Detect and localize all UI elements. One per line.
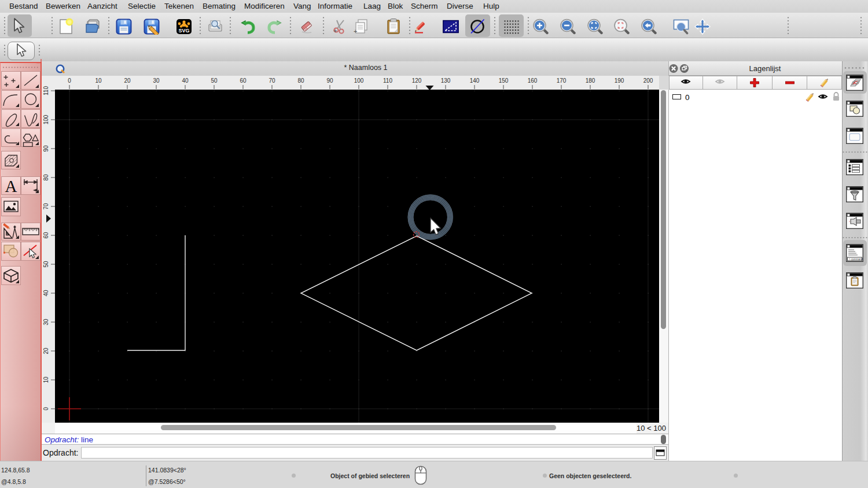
svg-text:30: 30 (43, 319, 49, 326)
svg-text:130: 130 (441, 77, 451, 84)
svg-text:20: 20 (43, 347, 49, 354)
svg-text:+: + (354, 28, 357, 35)
svg-text:180: 180 (586, 77, 595, 84)
svg-text:80: 80 (297, 77, 304, 84)
svg-text:140: 140 (470, 77, 480, 84)
svg-text:160: 160 (528, 77, 538, 84)
svg-text:50: 50 (43, 261, 49, 268)
svg-text:20: 20 (124, 77, 131, 84)
svg-text:90: 90 (43, 145, 49, 152)
svg-text:0: 0 (68, 77, 71, 84)
svg-text:80: 80 (43, 174, 49, 181)
svg-text:100: 100 (43, 114, 49, 124)
svg-text:110: 110 (43, 86, 49, 95)
svg-text:60: 60 (43, 232, 49, 239)
svg-text:0: 0 (43, 407, 49, 411)
svg-text:60: 60 (240, 77, 247, 84)
svg-text:120: 120 (412, 77, 422, 84)
svg-text:10: 10 (95, 77, 102, 84)
svg-text:110: 110 (383, 77, 392, 84)
svg-text:> command: > command (849, 258, 863, 261)
svg-text:100: 100 (354, 77, 364, 84)
svg-text:A: A (5, 177, 17, 195)
svg-text:200: 200 (643, 77, 653, 84)
svg-text:150: 150 (499, 77, 509, 84)
svg-text:10: 10 (43, 376, 49, 383)
svg-text:70: 70 (269, 77, 275, 84)
svg-text:90: 90 (326, 77, 333, 84)
svg-text:40: 40 (182, 77, 189, 84)
svg-text:+: + (333, 27, 337, 34)
svg-text:SVG: SVG (178, 28, 189, 34)
svg-text:70: 70 (43, 203, 49, 210)
svg-text:40: 40 (43, 290, 49, 297)
svg-text:30: 30 (153, 77, 160, 84)
svg-text:190: 190 (615, 77, 624, 84)
svg-text:170: 170 (557, 77, 567, 84)
svg-text:50: 50 (211, 77, 218, 84)
